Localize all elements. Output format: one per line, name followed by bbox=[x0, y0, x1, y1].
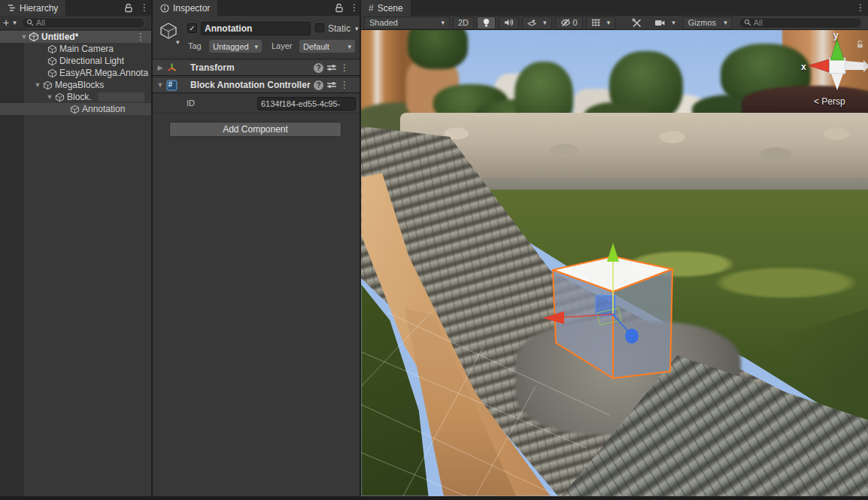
effects-dropdown[interactable]: ▾ bbox=[522, 17, 552, 29]
scene-visibility-toggle[interactable]: 0 bbox=[555, 17, 583, 29]
item-label: Directional Light bbox=[59, 56, 124, 66]
2d-toggle[interactable]: 2D bbox=[453, 17, 474, 29]
collapse-arrow-icon[interactable]: ▼ bbox=[20, 33, 29, 41]
static-label: Static bbox=[328, 23, 351, 34]
search-icon bbox=[744, 19, 751, 26]
create-button[interactable]: + ▾ bbox=[3, 17, 17, 28]
hierarchy-search-input[interactable] bbox=[36, 18, 140, 27]
item-label: MegaBlocks bbox=[55, 80, 104, 90]
presets-icon[interactable] bbox=[323, 80, 340, 89]
active-checkbox[interactable]: ✓ bbox=[187, 23, 197, 33]
component-menu-icon[interactable]: ⋮ bbox=[340, 63, 349, 72]
collapse-arrow-icon[interactable]: ▼ bbox=[156, 81, 165, 89]
grid-icon bbox=[591, 18, 601, 27]
gameobject-cube-icon bbox=[69, 105, 80, 114]
axis-y-label[interactable]: y bbox=[833, 30, 839, 41]
hierarchy-item-annotation[interactable]: Annotation bbox=[0, 103, 151, 115]
projection-label[interactable]: < Persp bbox=[814, 96, 845, 107]
scene-row-label: Untitled* bbox=[41, 32, 78, 42]
component-block-annotation-header[interactable]: ▼ # Block Annotation Controller ? ⋮ bbox=[153, 77, 360, 93]
help-icon[interactable]: ? bbox=[314, 80, 323, 90]
transform-icon bbox=[165, 62, 178, 74]
hierarchy-item-directional-light[interactable]: Directional Light bbox=[0, 55, 151, 67]
collapse-arrow-icon[interactable]: ▼ bbox=[45, 93, 54, 101]
hierarchy-item-block[interactable]: ▼ Block. bbox=[0, 91, 151, 103]
scene-search-input[interactable] bbox=[754, 18, 857, 27]
gameobject-icon-dropdown[interactable]: ▾ bbox=[176, 38, 180, 46]
effects-icon bbox=[527, 18, 537, 27]
gizmo-lock-icon[interactable] bbox=[856, 40, 864, 49]
hierarchy-item-megablocks[interactable]: ▼ MegaBlocks bbox=[0, 79, 151, 91]
item-label: EasyAR.Mega.Annota bbox=[59, 68, 148, 78]
hierarchy-tab-label: Hierarchy bbox=[20, 3, 58, 14]
draw-mode-dropdown[interactable]: Shaded▾ bbox=[364, 17, 450, 29]
id-label: ID bbox=[187, 98, 195, 108]
unlock-icon[interactable] bbox=[335, 3, 344, 13]
hierarchy-search[interactable] bbox=[21, 17, 145, 29]
scene-tabstrip: # Scene ⋮ bbox=[361, 0, 868, 16]
tab-scene[interactable]: # Scene bbox=[361, 0, 411, 16]
scene-overlay-svg bbox=[361, 30, 868, 496]
scene-tab-label: Scene bbox=[378, 3, 403, 14]
component-menu-icon[interactable]: ⋮ bbox=[340, 80, 349, 89]
redacted-label bbox=[98, 92, 144, 102]
gameobject-cube-icon bbox=[47, 44, 57, 54]
presets-icon[interactable] bbox=[323, 63, 340, 72]
tag-label: Tag bbox=[188, 41, 202, 50]
scene-search[interactable] bbox=[739, 17, 862, 29]
camera-settings-dropdown[interactable]: ▾ bbox=[650, 17, 680, 29]
component-title: Transform bbox=[190, 62, 312, 73]
scene-viewport[interactable]: y x < Persp bbox=[361, 30, 868, 496]
speaker-icon bbox=[504, 18, 514, 27]
tag-dropdown[interactable]: Untagged▾ bbox=[209, 40, 262, 53]
gameobject-cube-icon bbox=[47, 68, 57, 78]
help-icon[interactable]: ? bbox=[314, 63, 323, 73]
scene-panel: # Scene ⋮ Shaded▾ 2D ▾ bbox=[361, 0, 868, 496]
scene-row-menu-icon[interactable]: ⋮ bbox=[136, 32, 145, 41]
collapse-arrow-icon[interactable]: ▼ bbox=[33, 81, 42, 89]
hierarchy-item-easyar[interactable]: EasyAR.Mega.Annota bbox=[0, 67, 151, 79]
static-dropdown-icon[interactable]: ▾ bbox=[355, 25, 359, 32]
lighting-toggle[interactable] bbox=[477, 17, 496, 29]
axis-x-label[interactable]: x bbox=[801, 62, 806, 72]
hierarchy-tree: ▼ Untitled* ⋮ Main Camera Directional Li… bbox=[0, 31, 151, 496]
hidden-count: 0 bbox=[573, 18, 578, 27]
inspector-tab-label: Inspector bbox=[173, 3, 210, 14]
audio-toggle[interactable] bbox=[499, 17, 519, 29]
grid-settings-dropdown[interactable]: ▾ bbox=[586, 17, 616, 29]
layer-dropdown[interactable]: Default▾ bbox=[299, 40, 355, 53]
eye-off-icon bbox=[560, 18, 571, 27]
component-transform-header[interactable]: ▶ Transform ? ⋮ bbox=[153, 59, 360, 76]
gameobject-cube-icon bbox=[47, 56, 57, 66]
hierarchy-scene-row[interactable]: ▼ Untitled* ⋮ bbox=[0, 31, 151, 43]
hierarchy-menu-icon[interactable]: ⋮ bbox=[140, 3, 149, 12]
id-value-field[interactable] bbox=[257, 97, 356, 111]
item-label: Main Camera bbox=[59, 44, 114, 54]
gameobject-cube-icon bbox=[42, 80, 53, 90]
inspector-menu-icon[interactable]: ⋮ bbox=[350, 3, 359, 12]
hierarchy-item-main-camera[interactable]: Main Camera bbox=[0, 43, 151, 55]
tools-button[interactable] bbox=[627, 17, 647, 29]
tab-inspector[interactable]: Inspector bbox=[153, 0, 217, 16]
scene-menu-icon[interactable]: ⋮ bbox=[856, 3, 865, 12]
hierarchy-tabstrip: Hierarchy ⋮ bbox=[0, 0, 151, 16]
hierarchy-panel: Hierarchy ⋮ + ▾ ▼ Untitled* ⋮ bbox=[0, 0, 151, 496]
unlock-icon[interactable] bbox=[124, 3, 133, 13]
gameobject-name-field[interactable] bbox=[201, 22, 311, 35]
item-label: Annotation bbox=[82, 104, 125, 114]
gameobject-cube-icon bbox=[54, 92, 65, 102]
tools-icon bbox=[632, 18, 642, 28]
hierarchy-toolbar: + ▾ bbox=[0, 16, 151, 30]
collapse-arrow-icon[interactable]: ▶ bbox=[156, 64, 165, 71]
gizmos-dropdown[interactable]: Gizmos▾ bbox=[683, 17, 733, 29]
info-icon bbox=[160, 4, 169, 13]
static-checkbox[interactable] bbox=[315, 23, 324, 32]
unity-scene-icon bbox=[29, 32, 39, 42]
gameobject-header: ▾ ✓ Static ▾ Tag Untagged▾ Layer Default… bbox=[153, 16, 360, 59]
window-bottom-edge bbox=[0, 496, 868, 500]
component-title: Block Annotation Controller bbox=[190, 80, 312, 90]
csharp-script-icon: # bbox=[165, 80, 178, 91]
tab-hierarchy[interactable]: Hierarchy bbox=[0, 0, 65, 16]
search-icon bbox=[26, 19, 34, 26]
add-component-button[interactable]: Add Component bbox=[169, 122, 341, 137]
